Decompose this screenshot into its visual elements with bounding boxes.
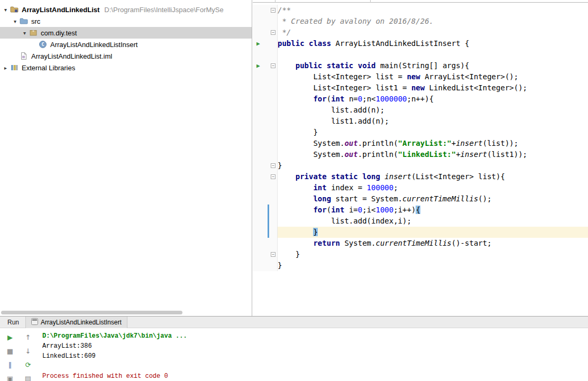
gutter <box>253 116 278 127</box>
project-horizontal-scrollbar[interactable] <box>0 311 252 315</box>
code-line[interactable]: } <box>253 227 588 238</box>
folder-icon <box>19 17 29 25</box>
chevron-right-icon[interactable]: ▸ <box>2 65 10 71</box>
console-line: D:\ProgramFiles\Java\jdk7\bin\java ... <box>42 331 588 341</box>
run-header: Run ArrayListAndLinkedListInsert <box>0 317 588 328</box>
code-text: System.out.println("ArrayList:"+insert(l… <box>278 138 588 149</box>
tree-row-src[interactable]: ▾src <box>0 15 252 27</box>
console-settings-icon[interactable]: ▤ <box>21 371 35 381</box>
tree-row-com-diy-test[interactable]: ▾com.diy.test <box>0 27 252 39</box>
editor-code[interactable]: −/** * Created by avalony on 2016/8/26.−… <box>253 3 588 271</box>
code-token: start = System. <box>331 194 402 203</box>
run-console-tab[interactable]: ArrayListAndLinkedListInsert <box>25 317 127 328</box>
code-token: int <box>331 206 344 214</box>
chevron-down-icon[interactable]: ▾ <box>2 7 10 13</box>
library-icon <box>10 63 19 72</box>
run-toolbar: ▶↑■↓‖⟳▣▤ <box>0 330 38 381</box>
fold-end-icon[interactable]: − <box>271 163 275 168</box>
code-token: ArrayList<Integer>(); <box>420 72 518 81</box>
tree-row-arraylistandlinkedlist-iml[interactable]: ArrayListAndLinkedList.iml <box>0 50 252 62</box>
tree-row-arraylistandlinkedlistinsert[interactable]: CArrayListAndLinkedListInsert <box>0 39 252 50</box>
down-stack-trace-icon[interactable]: ↓ <box>21 344 35 358</box>
code-token: new <box>411 83 425 92</box>
console-line <box>42 361 588 371</box>
rerun-icon[interactable]: ▶ <box>3 330 17 344</box>
code-token: list.add(n); <box>278 106 384 114</box>
code-line[interactable]: list.add(index,i); <box>253 216 588 227</box>
code-line[interactable]: for(int i=0;i<1000;i++){ <box>253 205 588 216</box>
fold-collapse-icon[interactable]: − <box>271 63 275 68</box>
chevron-down-icon[interactable]: ▾ <box>11 18 19 24</box>
console-output[interactable]: D:\ProgramFiles\Java\jdk7\bin\java ...Ar… <box>42 331 588 381</box>
code-token: currentTimeMillis <box>402 194 478 203</box>
tree-label: ArrayListAndLinkedList.iml <box>31 52 112 60</box>
tab-edge <box>370 0 371 3</box>
tab-edge <box>275 0 275 3</box>
code-token: insert <box>456 139 483 147</box>
code-text: /** <box>278 5 588 16</box>
code-text: list.add(n); <box>278 105 588 116</box>
code-line[interactable]: − */ <box>253 27 588 38</box>
code-line[interactable]: int index = 100000; <box>253 182 588 193</box>
tree-row-external-libraries[interactable]: ▸External Libraries <box>0 62 252 73</box>
up-stack-trace-icon[interactable]: ↑ <box>21 330 35 344</box>
fold-end-icon[interactable]: − <box>271 252 275 257</box>
code-token: n= <box>344 95 357 103</box>
code-line[interactable]: } <box>253 127 588 138</box>
code-token: .println( <box>358 139 398 147</box>
run-gutter-icon[interactable]: ▶ <box>256 38 260 49</box>
tree-row-arraylistandlinkedlist[interactable]: ▾ArrayListAndLinkedListD:\ProgramFiles\I… <box>0 4 252 15</box>
code-token <box>278 194 313 203</box>
code-token <box>278 61 296 70</box>
stop-icon[interactable]: ■ <box>3 344 17 358</box>
code-line[interactable]: ▶− public static void main(String[] args… <box>253 60 588 71</box>
gutter <box>253 182 278 193</box>
code-line[interactable]: ▶public class ArrayListAndLinkedListInse… <box>253 38 588 49</box>
gutter <box>253 82 278 94</box>
code-line[interactable]: System.out.println("LinkedList:"+insert(… <box>253 149 588 160</box>
code-line[interactable]: for(int n=0;n<1000000;n++){ <box>253 94 588 105</box>
code-line[interactable]: long start = System.currentTimeMillis(); <box>253 193 588 205</box>
gutter: − <box>253 27 278 38</box>
code-token: + <box>452 139 456 147</box>
fold-collapse-icon[interactable]: − <box>271 174 275 179</box>
code-line[interactable] <box>253 49 588 60</box>
gutter <box>253 260 278 271</box>
code-token: ;n++){ <box>407 95 434 103</box>
code-token: "LinkedList:" <box>398 150 456 159</box>
fold-collapse-icon[interactable]: − <box>271 8 275 13</box>
code-line[interactable]: List<Integer> list1 = new LinkedList<Int… <box>253 82 588 94</box>
code-text <box>278 49 588 60</box>
fold-end-icon[interactable]: − <box>271 30 275 35</box>
gutter: ▶− <box>253 60 278 71</box>
console-line: Process finished with exit code 0 <box>42 371 588 381</box>
monitor-icon[interactable]: ▣ <box>3 371 17 381</box>
project-folder-icon <box>10 5 19 14</box>
tree-label: ArrayListAndLinkedListInsert <box>50 41 137 49</box>
restart-icon[interactable]: ⟳ <box>21 358 35 371</box>
gutter <box>253 105 278 116</box>
code-line[interactable]: System.out.println("ArrayList:"+insert(l… <box>253 138 588 149</box>
code-line[interactable]: list.add(n); <box>253 105 588 116</box>
code-line[interactable]: − } <box>253 249 588 260</box>
code-token: .println( <box>358 150 398 159</box>
code-token: } <box>278 128 318 136</box>
scrollbar-thumb[interactable] <box>1 311 182 314</box>
code-line[interactable]: return System.currentTimeMillis()-start; <box>253 238 588 249</box>
code-line[interactable]: List<Integer> list = new ArrayList<Integ… <box>253 71 588 82</box>
gutter <box>253 94 278 105</box>
code-line[interactable]: } <box>253 260 588 271</box>
code-line[interactable]: * Created by avalony on 2016/8/26. <box>253 16 588 27</box>
code-line[interactable]: list1.add(n); <box>253 116 588 127</box>
code-line[interactable]: − private static long insert(List<Intege… <box>253 171 588 182</box>
code-token: (list)); <box>483 139 518 147</box>
code-text: private static long insert(List<Integer>… <box>278 171 588 182</box>
code-text: long start = System.currentTimeMillis(); <box>278 193 588 205</box>
chevron-down-icon[interactable]: ▾ <box>21 30 29 36</box>
code-token: ( <box>327 95 331 103</box>
pause-output-icon[interactable]: ‖ <box>3 358 17 371</box>
code-line[interactable]: −/** <box>253 5 588 16</box>
run-gutter-icon[interactable]: ▶ <box>256 60 260 71</box>
code-line[interactable]: −} <box>253 160 588 171</box>
file-icon <box>19 52 29 60</box>
